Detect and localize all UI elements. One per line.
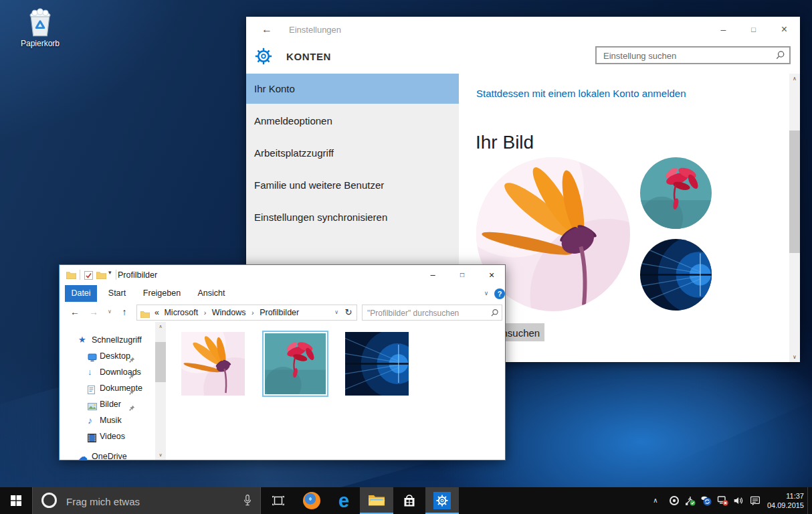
tray-status-ring-icon[interactable] (666, 487, 682, 514)
recent-locations-icon[interactable]: ∨ (102, 304, 118, 320)
account-picture-option-windows-hero[interactable] (640, 239, 712, 311)
firefox-taskbar-button[interactable] (296, 487, 328, 514)
back-button[interactable]: ← (256, 17, 278, 42)
scrollbar-thumb[interactable] (789, 131, 800, 253)
recycle-bin-icon (15, 7, 66, 37)
explorer-search-input[interactable] (366, 305, 486, 321)
separator (80, 270, 80, 280)
tab-ansicht[interactable]: Ansicht (191, 285, 232, 302)
tray-network-disconnected-icon[interactable] (714, 487, 730, 514)
explorer-body: ★ Schnellzugriff Desktop ↓ Downloads (60, 322, 505, 460)
nav-item-anmeldeoptionen[interactable]: Anmeldeoptionen (246, 105, 459, 137)
tray-show-hidden-icons-button[interactable]: ∧ (647, 487, 664, 514)
close-button[interactable]: × (477, 265, 506, 285)
music-note-icon: ♪ (88, 412, 92, 428)
settings-window-title: Einstellungen (289, 17, 341, 42)
nav-item-sync[interactable]: Einstellungen synchronisieren (246, 201, 459, 234)
explorer-app-icon (66, 270, 76, 282)
clock-time: 11:37 (764, 491, 804, 501)
help-button[interactable]: ? (494, 288, 505, 299)
qat-new-folder-icon[interactable] (96, 270, 106, 282)
store-taskbar-button[interactable] (393, 487, 425, 514)
qat-properties-icon[interactable] (84, 270, 93, 282)
nav-item-musik[interactable]: ♪ Musik (60, 412, 167, 428)
address-dropdown-icon[interactable]: ∨ (334, 305, 338, 320)
settings-scrollbar[interactable]: ∧ ∨ (789, 74, 800, 362)
microphone-icon[interactable] (243, 494, 252, 507)
scrollbar-down-icon[interactable]: ∨ (789, 352, 800, 362)
start-button[interactable] (0, 487, 32, 514)
file-thumbnail-flower-pink[interactable] (181, 332, 245, 396)
file-explorer-icon (368, 494, 385, 507)
nav-item-familie[interactable]: Familie und weitere Benutzer (246, 169, 459, 201)
breadcrumb[interactable]: « Microsoft › Windows › Profilbilder ∨ (136, 305, 342, 321)
local-account-link[interactable]: Stattdessen mit einem lokalen Konto anme… (476, 88, 686, 99)
maximize-button[interactable]: □ (447, 265, 477, 285)
nav-item-dokumente[interactable]: Dokumente (60, 380, 167, 396)
settings-taskbar-button[interactable] (425, 487, 459, 514)
explorer-nav-pane: ★ Schnellzugriff Desktop ↓ Downloads (60, 322, 167, 460)
store-icon (401, 493, 417, 509)
settings-search-box[interactable] (595, 46, 791, 64)
maximize-button[interactable]: □ (738, 17, 769, 42)
cortana-icon (41, 493, 57, 508)
tab-start[interactable]: Start (102, 285, 132, 302)
taskbar-clock[interactable]: 11:37 04.09.2015 (764, 487, 804, 514)
nav-item-videos[interactable]: Videos (60, 428, 167, 444)
tray-usb-icon[interactable] (682, 487, 698, 514)
settings-titlebar[interactable]: ← Einstellungen – □ × (246, 17, 800, 42)
account-picture-option-red-flower[interactable] (640, 157, 712, 229)
tray-volume-icon[interactable] (730, 487, 746, 514)
nav-item-downloads[interactable]: ↓ Downloads (60, 364, 167, 380)
breadcrumb-prefix[interactable]: « (155, 308, 159, 317)
back-button[interactable]: ← (67, 304, 83, 320)
qat-customize-dropdown-icon[interactable]: ▾ (108, 269, 112, 276)
ribbon-tab-bar: Datei Start Freigeben Ansicht ∨ ? (60, 285, 505, 302)
minimize-button[interactable]: – (708, 17, 738, 42)
tray-action-center-icon[interactable] (746, 487, 763, 514)
scrollbar-up-icon[interactable]: ∧ (789, 74, 800, 84)
explorer-window: ▾ Profilbilder – □ × Datei Start Freigeb… (59, 264, 506, 460)
windows-logo-icon (11, 495, 21, 506)
scrollbar-thumb[interactable] (155, 342, 166, 382)
breadcrumb-microsoft[interactable]: Microsoft (161, 308, 198, 317)
explorer-titlebar[interactable]: ▾ Profilbilder – □ × (60, 265, 505, 285)
settings-content: Stattdessen mit einem lokalen Konto anme… (459, 74, 789, 362)
separator (116, 270, 116, 280)
file-explorer-taskbar-button[interactable] (360, 487, 393, 514)
cortana-search-box[interactable] (32, 487, 261, 514)
taskbar-search-input[interactable] (65, 487, 228, 514)
nav-item-onedrive[interactable]: ☁ OneDrive (60, 448, 167, 460)
settings-gear-icon (255, 48, 272, 65)
breadcrumb-windows[interactable]: Windows (212, 308, 246, 317)
tray-onedrive-sync-icon[interactable] (698, 487, 714, 514)
breadcrumb-profilbilder[interactable]: Profilbilder (260, 308, 299, 317)
edge-taskbar-button[interactable]: e (328, 487, 360, 514)
close-button[interactable]: × (769, 17, 800, 42)
nav-item-arbeitsplatzzugriff[interactable]: Arbeitsplatzzugriff (246, 137, 459, 169)
firefox-icon (303, 492, 320, 509)
nav-item-ihr-konto[interactable]: Ihr Konto (246, 74, 459, 104)
up-button[interactable]: ↑ (116, 304, 132, 320)
tab-freigeben[interactable]: Freigeben (137, 285, 187, 302)
file-thumbnail-windows-hero[interactable] (345, 332, 409, 396)
scrollbar-down-icon[interactable]: ∨ (155, 450, 166, 460)
task-view-button[interactable] (262, 487, 294, 514)
file-thumbnail-flower-red-selected[interactable] (262, 331, 328, 397)
minimize-button[interactable]: – (418, 265, 447, 285)
settings-search-input[interactable] (602, 48, 771, 64)
nav-item-bilder[interactable]: Bilder (60, 396, 167, 412)
nav-item-desktop[interactable]: Desktop (60, 348, 167, 364)
show-desktop-button[interactable] (807, 487, 812, 514)
page-title: KONTEN (286, 51, 331, 62)
ribbon-collapse-icon[interactable]: ∨ (480, 285, 493, 302)
scrollbar-up-icon[interactable]: ∧ (155, 322, 166, 331)
nav-item-schnellzugriff[interactable]: ★ Schnellzugriff (60, 332, 167, 348)
forward-button[interactable]: → (86, 304, 102, 320)
file-list (167, 322, 505, 460)
recycle-bin-desktop-icon[interactable]: Papierkorb (15, 7, 66, 48)
tab-datei[interactable]: Datei (65, 285, 97, 302)
nav-pane-scrollbar[interactable]: ∧ ∨ (155, 322, 166, 460)
explorer-search-box[interactable] (362, 305, 502, 321)
refresh-button[interactable]: ↻ (340, 305, 357, 321)
